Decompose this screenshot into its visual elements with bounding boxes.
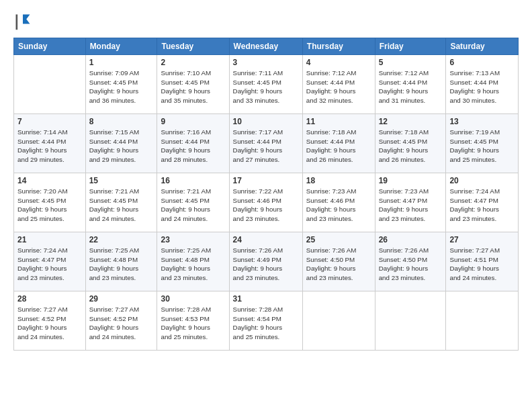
logo — [13, 12, 35, 31]
day-info: Sunrise: 7:26 AMSunset: 4:49 PMDaylight:… — [233, 246, 299, 283]
calendar-cell: 14Sunrise: 7:20 AMSunset: 4:45 PMDayligh… — [14, 173, 86, 232]
calendar-cell: 3Sunrise: 7:11 AMSunset: 4:45 PMDaylight… — [229, 55, 302, 114]
day-info: Sunrise: 7:27 AMSunset: 4:52 PMDaylight:… — [17, 305, 82, 342]
day-number: 16 — [161, 176, 225, 185]
weekday-header: Tuesday — [157, 38, 229, 55]
calendar-week-row: 1Sunrise: 7:09 AMSunset: 4:45 PMDaylight… — [14, 55, 519, 114]
calendar-cell: 7Sunrise: 7:14 AMSunset: 4:44 PMDaylight… — [14, 114, 86, 173]
calendar-cell: 4Sunrise: 7:12 AMSunset: 4:44 PMDaylight… — [302, 55, 375, 114]
calendar-cell: 13Sunrise: 7:19 AMSunset: 4:45 PMDayligh… — [446, 114, 519, 173]
calendar-cell: 9Sunrise: 7:16 AMSunset: 4:44 PMDaylight… — [157, 114, 229, 173]
day-info: Sunrise: 7:28 AMSunset: 4:54 PMDaylight:… — [233, 305, 299, 342]
calendar-cell: 10Sunrise: 7:17 AMSunset: 4:44 PMDayligh… — [229, 114, 302, 173]
calendar-cell: 15Sunrise: 7:21 AMSunset: 4:45 PMDayligh… — [85, 173, 157, 232]
day-info: Sunrise: 7:12 AMSunset: 4:44 PMDaylight:… — [379, 68, 443, 105]
calendar-week-row: 14Sunrise: 7:20 AMSunset: 4:45 PMDayligh… — [14, 173, 519, 232]
day-info: Sunrise: 7:15 AMSunset: 4:44 PMDaylight:… — [89, 128, 154, 165]
day-info: Sunrise: 7:25 AMSunset: 4:48 PMDaylight:… — [161, 246, 225, 283]
day-number: 17 — [233, 176, 299, 185]
calendar-cell: 17Sunrise: 7:22 AMSunset: 4:46 PMDayligh… — [229, 173, 302, 232]
day-info: Sunrise: 7:27 AMSunset: 4:52 PMDaylight:… — [89, 305, 154, 342]
calendar-cell — [14, 55, 86, 114]
calendar-cell: 18Sunrise: 7:23 AMSunset: 4:46 PMDayligh… — [302, 173, 375, 232]
day-info: Sunrise: 7:21 AMSunset: 4:45 PMDaylight:… — [89, 187, 154, 224]
calendar-week-row: 7Sunrise: 7:14 AMSunset: 4:44 PMDaylight… — [14, 114, 519, 173]
day-info: Sunrise: 7:19 AMSunset: 4:45 PMDaylight:… — [449, 128, 515, 165]
calendar-cell: 24Sunrise: 7:26 AMSunset: 4:49 PMDayligh… — [229, 232, 302, 291]
calendar-cell: 16Sunrise: 7:21 AMSunset: 4:45 PMDayligh… — [157, 173, 229, 232]
calendar-week-row: 28Sunrise: 7:27 AMSunset: 4:52 PMDayligh… — [14, 291, 519, 351]
day-number: 31 — [233, 294, 299, 304]
day-number: 21 — [17, 235, 82, 244]
day-info: Sunrise: 7:23 AMSunset: 4:46 PMDaylight:… — [306, 187, 371, 224]
day-number: 23 — [161, 235, 225, 244]
day-info: Sunrise: 7:26 AMSunset: 4:50 PMDaylight:… — [379, 246, 443, 283]
day-info: Sunrise: 7:20 AMSunset: 4:45 PMDaylight:… — [17, 187, 82, 224]
day-number: 22 — [89, 235, 154, 244]
day-number: 14 — [17, 176, 82, 185]
day-number: 18 — [306, 176, 371, 185]
day-number: 28 — [17, 294, 82, 304]
day-number: 30 — [161, 294, 225, 304]
calendar-cell: 8Sunrise: 7:15 AMSunset: 4:44 PMDaylight… — [85, 114, 157, 173]
day-info: Sunrise: 7:25 AMSunset: 4:48 PMDaylight:… — [89, 246, 154, 283]
logo-icon — [13, 12, 32, 31]
day-info: Sunrise: 7:24 AMSunset: 4:47 PMDaylight:… — [449, 187, 515, 224]
calendar-cell: 30Sunrise: 7:28 AMSunset: 4:53 PMDayligh… — [157, 291, 229, 351]
calendar-cell: 20Sunrise: 7:24 AMSunset: 4:47 PMDayligh… — [446, 173, 519, 232]
day-number: 5 — [379, 58, 443, 67]
calendar-cell: 22Sunrise: 7:25 AMSunset: 4:48 PMDayligh… — [85, 232, 157, 291]
weekday-header: Monday — [85, 38, 157, 55]
day-number: 1 — [89, 58, 154, 67]
day-number: 9 — [161, 117, 225, 126]
day-number: 20 — [449, 176, 515, 185]
calendar-cell: 26Sunrise: 7:26 AMSunset: 4:50 PMDayligh… — [375, 232, 446, 291]
day-info: Sunrise: 7:16 AMSunset: 4:44 PMDaylight:… — [161, 128, 225, 165]
day-number: 11 — [306, 117, 371, 126]
day-number: 26 — [379, 235, 443, 244]
calendar-cell: 11Sunrise: 7:18 AMSunset: 4:44 PMDayligh… — [302, 114, 375, 173]
day-number: 25 — [306, 235, 371, 244]
day-info: Sunrise: 7:23 AMSunset: 4:47 PMDaylight:… — [379, 187, 443, 224]
calendar-cell: 25Sunrise: 7:26 AMSunset: 4:50 PMDayligh… — [302, 232, 375, 291]
day-number: 2 — [161, 58, 225, 67]
day-info: Sunrise: 7:18 AMSunset: 4:45 PMDaylight:… — [379, 128, 443, 165]
day-number: 13 — [449, 117, 515, 126]
weekday-header: Wednesday — [229, 38, 302, 55]
day-info: Sunrise: 7:28 AMSunset: 4:53 PMDaylight:… — [161, 305, 225, 342]
calendar-cell: 1Sunrise: 7:09 AMSunset: 4:45 PMDaylight… — [85, 55, 157, 114]
calendar-cell: 5Sunrise: 7:12 AMSunset: 4:44 PMDaylight… — [375, 55, 446, 114]
day-number: 8 — [89, 117, 154, 126]
weekday-header-row: SundayMondayTuesdayWednesdayThursdayFrid… — [14, 38, 519, 55]
calendar-cell: 6Sunrise: 7:13 AMSunset: 4:44 PMDaylight… — [446, 55, 519, 114]
calendar-cell: 31Sunrise: 7:28 AMSunset: 4:54 PMDayligh… — [229, 291, 302, 351]
svg-rect-1 — [16, 15, 18, 30]
day-info: Sunrise: 7:11 AMSunset: 4:45 PMDaylight:… — [233, 68, 299, 105]
calendar-cell: 28Sunrise: 7:27 AMSunset: 4:52 PMDayligh… — [14, 291, 86, 351]
calendar-cell: 19Sunrise: 7:23 AMSunset: 4:47 PMDayligh… — [375, 173, 446, 232]
calendar-cell: 12Sunrise: 7:18 AMSunset: 4:45 PMDayligh… — [375, 114, 446, 173]
day-number: 27 — [449, 235, 515, 244]
day-number: 29 — [89, 294, 154, 304]
calendar-cell: 21Sunrise: 7:24 AMSunset: 4:47 PMDayligh… — [14, 232, 86, 291]
page: SundayMondayTuesdayWednesdayThursdayFrid… — [0, 0, 532, 411]
day-info: Sunrise: 7:27 AMSunset: 4:51 PMDaylight:… — [449, 246, 515, 283]
weekday-header: Sunday — [14, 38, 86, 55]
weekday-header: Friday — [375, 38, 446, 55]
header — [13, 12, 519, 31]
day-number: 15 — [89, 176, 154, 185]
calendar-cell — [302, 291, 375, 351]
day-info: Sunrise: 7:17 AMSunset: 4:44 PMDaylight:… — [233, 128, 299, 165]
day-info: Sunrise: 7:14 AMSunset: 4:44 PMDaylight:… — [17, 128, 82, 165]
day-info: Sunrise: 7:22 AMSunset: 4:46 PMDaylight:… — [233, 187, 299, 224]
day-info: Sunrise: 7:10 AMSunset: 4:45 PMDaylight:… — [161, 68, 225, 105]
calendar-cell: 27Sunrise: 7:27 AMSunset: 4:51 PMDayligh… — [446, 232, 519, 291]
day-info: Sunrise: 7:13 AMSunset: 4:44 PMDaylight:… — [449, 68, 515, 105]
day-number: 12 — [379, 117, 443, 126]
day-number: 6 — [449, 58, 515, 67]
day-info: Sunrise: 7:12 AMSunset: 4:44 PMDaylight:… — [306, 68, 371, 105]
weekday-header: Saturday — [446, 38, 519, 55]
day-number: 3 — [233, 58, 299, 67]
day-info: Sunrise: 7:26 AMSunset: 4:50 PMDaylight:… — [306, 246, 371, 283]
calendar-cell — [375, 291, 446, 351]
